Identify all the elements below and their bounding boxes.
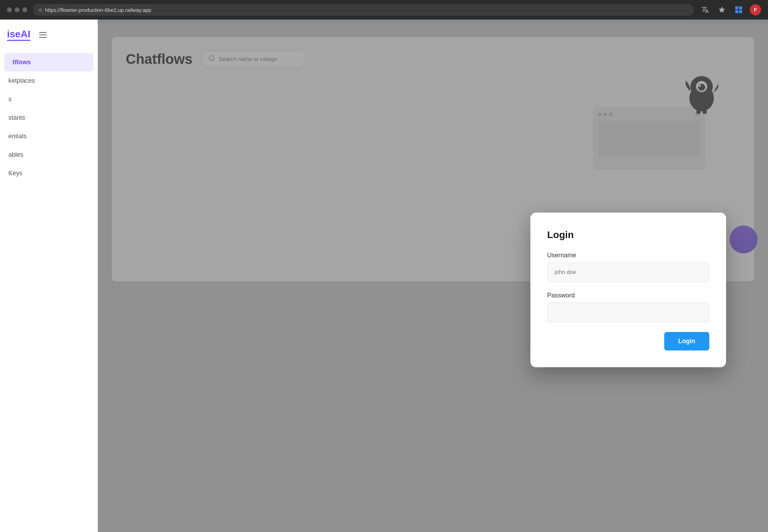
sidebar-marketplaces-label: ketplaces — [8, 77, 35, 84]
translate-icon[interactable] — [700, 4, 711, 15]
sidebar-apikeys-label: Keys — [8, 170, 22, 177]
sidebar: iseAI tflows ketplaces s stants — [0, 20, 98, 532]
sidebar-item-credentials[interactable]: entials — [0, 127, 97, 146]
sidebar-variables-label: ables — [8, 151, 23, 158]
app-container: iseAI tflows ketplaces s stants — [0, 20, 768, 532]
username-form-group: Username — [547, 252, 709, 282]
browser-dot-2 — [15, 7, 20, 12]
svg-rect-3 — [739, 10, 742, 13]
sidebar-assistants-label: stants — [8, 114, 25, 121]
logo-area: iseAI — [7, 29, 30, 41]
hamburger-menu-button[interactable] — [36, 28, 50, 42]
svg-rect-1 — [739, 6, 742, 9]
sidebar-credentials-label: entials — [8, 133, 27, 140]
sidebar-item-assistants[interactable]: stants — [0, 109, 97, 127]
sidebar-item-chatflows[interactable]: tflows — [4, 53, 93, 72]
username-label: Username — [547, 252, 709, 259]
password-label: Password — [547, 292, 709, 299]
browser-controls — [7, 7, 27, 12]
password-form-group: Password — [547, 292, 709, 322]
modal-overlay: Login Username Password Login — [98, 20, 768, 532]
address-bar-icon: ⊙ — [38, 7, 42, 13]
logo-text: iseAI — [7, 29, 30, 41]
browser-dot-3 — [22, 7, 27, 12]
address-bar[interactable]: ⊙ https://flowise-production-6be2.up.rai… — [33, 4, 694, 16]
browser-profile[interactable]: F — [750, 4, 761, 15]
main-content: Chatflows — [98, 20, 768, 532]
login-button[interactable]: Login — [664, 332, 709, 350]
browser-dot-1 — [7, 7, 12, 12]
sidebar-item-apikeys[interactable]: Keys — [0, 164, 97, 183]
sidebar-item-variables[interactable]: ables — [0, 146, 97, 164]
sidebar-chatflows-label: tflows — [13, 59, 31, 66]
svg-rect-0 — [735, 6, 738, 9]
username-input[interactable] — [547, 263, 709, 282]
sidebar-nav: tflows ketplaces s stants entials ables … — [0, 50, 97, 185]
modal-footer: Login — [547, 332, 709, 350]
star-icon[interactable] — [716, 4, 727, 15]
address-bar-url: https://flowise-production-6be2.up.railw… — [45, 7, 151, 13]
login-modal: Login Username Password Login — [530, 213, 726, 367]
modal-title: Login — [547, 229, 709, 241]
browser-bar: ⊙ https://flowise-production-6be2.up.rai… — [0, 0, 768, 20]
password-input[interactable] — [547, 303, 709, 322]
sidebar-item-marketplaces[interactable]: ketplaces — [0, 72, 97, 90]
browser-actions: F — [700, 4, 761, 15]
sidebar-header: iseAI — [0, 20, 97, 50]
sidebar-item-agentflows[interactable]: s — [0, 90, 97, 109]
sidebar-agentflows-label: s — [8, 96, 12, 103]
extension-icon[interactable] — [733, 4, 744, 15]
svg-rect-2 — [735, 10, 738, 13]
